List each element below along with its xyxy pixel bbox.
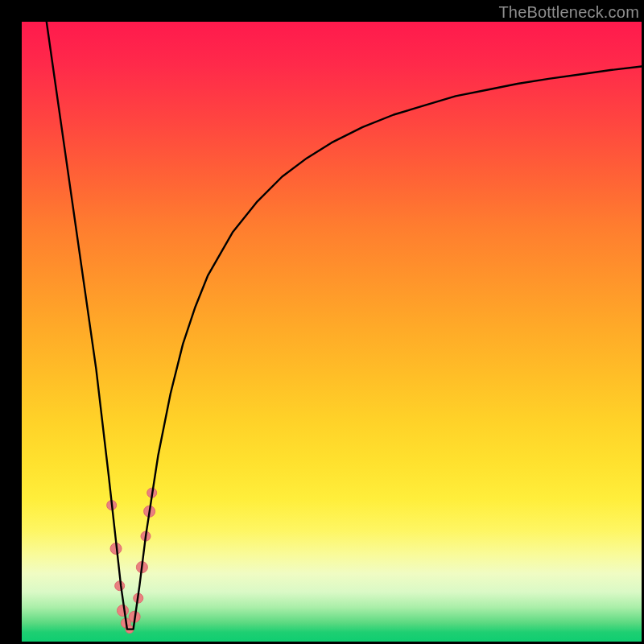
watermark-text: TheBottleneck.com <box>498 3 639 22</box>
scatter-point <box>118 605 129 617</box>
chart-svg <box>22 22 642 642</box>
bottleneck-curve <box>47 22 642 630</box>
chart-frame <box>22 22 642 642</box>
